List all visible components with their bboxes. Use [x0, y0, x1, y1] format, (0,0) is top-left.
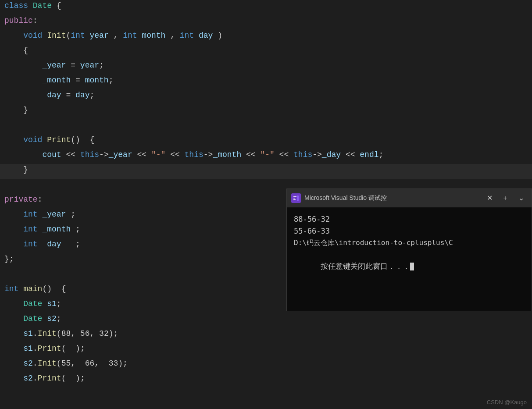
code-content: public: — [4, 15, 38, 27]
code-content: int _month ; — [4, 224, 80, 236]
code-line: } — [0, 104, 532, 119]
svg-rect-1 — [293, 198, 295, 199]
terminal-window[interactable]: Microsoft Visual Studio 调试控 ✕ + ⌄ 88-56-… — [286, 188, 532, 311]
close-button[interactable]: ✕ — [483, 192, 496, 204]
code-content: void Print() { — [4, 134, 94, 146]
code-content: Date s2; — [4, 313, 61, 325]
code-line: cout << this->_year << "-" << this->_mon… — [0, 149, 532, 164]
terminal-title-text: Microsoft Visual Studio 调试控 — [304, 194, 480, 202]
terminal-body: 88-56-32 55-66-33 D:\码云仓库\introduction-t… — [287, 207, 532, 311]
code-content: Date s1; — [4, 298, 61, 310]
terminal-line-5: 按任意键关闭此窗口．．． — [294, 249, 525, 285]
watermark: CSDN @Kaugo — [487, 399, 527, 405]
svg-rect-2 — [293, 199, 296, 200]
terminal-line-1: 88-56-32 — [294, 213, 525, 225]
terminal-line-2: 55-66-33 — [294, 225, 525, 237]
code-content: _month = month; — [4, 75, 113, 87]
code-line: s1.Init(88, 56, 32); — [0, 328, 532, 343]
terminal-line-4: D:\码云仓库\introduction-to-cplusplus\C — [294, 237, 525, 249]
code-line: s1.Print( ); — [0, 343, 532, 358]
code-content: s2.Init(55, 66, 33); — [4, 358, 128, 370]
code-line: { — [0, 45, 532, 60]
code-content: int _year ; — [4, 209, 75, 221]
code-content: { — [4, 45, 28, 57]
code-content: private: — [4, 194, 42, 206]
terminal-icon — [291, 193, 301, 203]
code-content: } — [4, 104, 28, 117]
code-content: s2.Print( ); — [4, 373, 85, 385]
code-content: class Date { — [4, 0, 61, 12]
code-line: s2.Init(55, 66, 33); — [0, 358, 532, 373]
code-line: _day = day; — [0, 89, 532, 104]
code-content: cout << this->_year << "-" << this->_mon… — [4, 149, 383, 161]
terminal-titlebar: Microsoft Visual Studio 调试控 ✕ + ⌄ — [287, 189, 532, 207]
code-content: s1.Print( ); — [4, 343, 85, 355]
code-line: void Init(int year , int month , int day… — [0, 30, 532, 45]
code-content: _day = day; — [4, 89, 94, 102]
code-content: _year = year; — [4, 60, 104, 72]
code-line: public: — [0, 15, 532, 30]
add-tab-button[interactable]: + — [499, 192, 511, 204]
code-line: void Print() { — [0, 134, 532, 149]
code-line: class Date { — [0, 0, 532, 15]
code-content: s1.Init(88, 56, 32); — [4, 328, 118, 340]
code-content: int main() { — [4, 283, 66, 295]
code-line — [0, 119, 532, 134]
code-line: _year = year; — [0, 60, 532, 75]
dropdown-button[interactable]: ⌄ — [515, 192, 527, 204]
code-content: }; — [4, 253, 14, 266]
code-line: s2.Print( ); — [0, 373, 532, 388]
code-content: void Init(int year , int month , int day… — [4, 30, 222, 42]
code-content: } — [4, 164, 28, 176]
code-line: Date s2; — [0, 313, 532, 328]
code-line: _month = month; — [0, 75, 532, 89]
svg-rect-0 — [293, 196, 296, 197]
code-line: } — [0, 164, 532, 179]
code-content: int _day ; — [4, 238, 80, 251]
svg-rect-3 — [297, 196, 299, 201]
